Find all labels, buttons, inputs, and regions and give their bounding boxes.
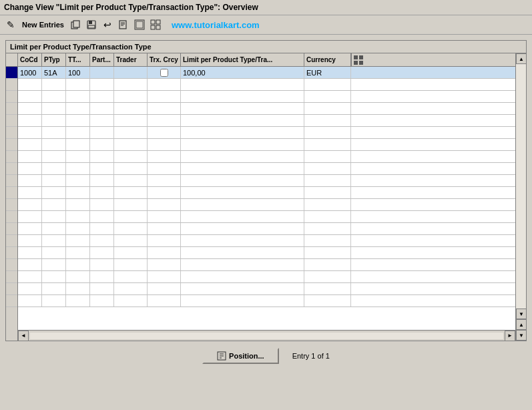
find-icon[interactable] — [117, 18, 130, 31]
position-button[interactable]: Position... — [202, 348, 279, 364]
watermark: www.tutorialkart.com — [172, 20, 260, 30]
h-scroll-right-btn[interactable]: ► — [505, 331, 515, 341]
cell-empty[interactable] — [148, 79, 181, 90]
cell-empty[interactable] — [66, 79, 90, 90]
row-selector-cell-13[interactable] — [6, 211, 17, 223]
col-header-limit: Limit per Product Type/Tra... — [181, 53, 304, 66]
row-selector-cell-2[interactable] — [6, 79, 17, 91]
position-icon — [217, 351, 226, 361]
row-selector-cell-3[interactable] — [6, 91, 17, 103]
row-selector-cell-8[interactable] — [6, 151, 17, 163]
row-selector-cell-4[interactable] — [6, 103, 17, 115]
svg-rect-17 — [354, 61, 358, 65]
new-entries-label: New Entries — [22, 21, 64, 29]
row-selector-cell-14[interactable] — [6, 223, 17, 235]
svg-rect-13 — [151, 25, 155, 29]
table-row[interactable] — [18, 235, 515, 247]
row-selector-cell-5[interactable] — [6, 115, 17, 127]
cell-empty — [114, 127, 148, 138]
cell-empty[interactable] — [181, 79, 304, 90]
cell-empty[interactable] — [18, 79, 42, 90]
row-selector-cell-20[interactable] — [6, 295, 17, 307]
grid-area: CoCd PTyp TT... Part... Trader Trx. Crcy… — [6, 53, 526, 341]
cell-part-1[interactable] — [90, 67, 114, 78]
table-row[interactable] — [18, 175, 515, 187]
v-scroll-down2-btn[interactable]: ▼ — [516, 330, 527, 341]
cell-ptyp-1[interactable]: 51A — [42, 67, 66, 78]
h-scroll-track[interactable] — [30, 333, 503, 339]
row-selector-cell-9[interactable] — [6, 163, 17, 175]
cell-empty[interactable] — [114, 79, 148, 90]
table-row[interactable] — [18, 271, 515, 283]
vertical-scrollbar[interactable]: ▲ ▼ ▲ ▼ — [515, 53, 526, 341]
table-row[interactable] — [18, 199, 515, 211]
status-bar: Position... Entry 1 of 1 — [5, 344, 527, 368]
table-row[interactable] — [18, 259, 515, 271]
row-selector-cell-7[interactable] — [6, 139, 17, 151]
undo-icon[interactable]: ↩ — [101, 18, 114, 31]
cell-limit-1[interactable]: 100,00 — [181, 67, 304, 78]
col-settings-icon[interactable] — [351, 53, 364, 66]
table-row[interactable] — [18, 295, 515, 307]
v-scroll-down-btn[interactable]: ▼ — [516, 309, 527, 319]
toolbar: ✎ New Entries ↩ — [0, 15, 532, 35]
row-selector-cell-19[interactable] — [6, 283, 17, 295]
v-scroll-up2-btn[interactable]: ▲ — [516, 319, 527, 330]
table-row[interactable]: 1000 51A 100 100,00 EUR — [18, 67, 515, 79]
cell-empty — [66, 91, 90, 102]
settings-icon[interactable] — [149, 18, 162, 31]
cell-ttyp-1[interactable]: 100 — [66, 67, 90, 78]
cell-trader-1[interactable] — [114, 67, 148, 78]
table-title: Limit per Product Type/Transaction Type — [6, 41, 526, 53]
table-row[interactable] — [18, 115, 515, 127]
entry-info: Entry 1 of 1 — [292, 352, 330, 360]
cell-cocd-1[interactable]: 1000 — [18, 67, 42, 78]
table-row[interactable] — [18, 91, 515, 103]
horizontal-scrollbar[interactable]: ◄ ► — [18, 330, 515, 341]
row-selector-cell-15[interactable] — [6, 235, 17, 247]
table-row[interactable] — [18, 247, 515, 259]
new-entries-icon[interactable]: ✎ — [4, 18, 17, 31]
row-selector-cell-18[interactable] — [6, 271, 17, 283]
row-selector-cell-11[interactable] — [6, 187, 17, 199]
row-selector-header — [6, 53, 17, 67]
page-layout-icon[interactable] — [133, 18, 146, 31]
row-selector-cell-17[interactable] — [6, 259, 17, 271]
table-row[interactable] — [18, 223, 515, 235]
table-row[interactable] — [18, 127, 515, 139]
cell-empty[interactable] — [90, 79, 114, 90]
cell-empty[interactable] — [42, 79, 66, 90]
cell-empty — [18, 127, 42, 138]
table-row[interactable] — [18, 139, 515, 151]
table-row[interactable] — [18, 283, 515, 295]
table-row[interactable] — [18, 79, 515, 91]
cell-empty — [114, 103, 148, 114]
copy-icon[interactable] — [69, 18, 82, 31]
row-selector-cell-12[interactable] — [6, 199, 17, 211]
new-entries-button[interactable]: New Entries — [20, 20, 66, 29]
data-grid: CoCd PTyp TT... Part... Trader Trx. Crcy… — [18, 53, 515, 341]
table-row[interactable] — [18, 163, 515, 175]
table-row[interactable] — [18, 211, 515, 223]
v-scroll-up-btn[interactable]: ▲ — [516, 53, 527, 64]
save-icon[interactable] — [85, 18, 98, 31]
main-content: Limit per Product Type/Transaction Type — [0, 35, 532, 373]
table-row[interactable] — [18, 103, 515, 115]
svg-rect-3 — [89, 21, 92, 24]
row-selector-cell-10[interactable] — [6, 175, 17, 187]
cell-trxcrcy-1[interactable] — [148, 67, 181, 78]
cell-empty[interactable] — [304, 79, 351, 90]
v-scroll-track[interactable] — [516, 64, 526, 309]
row-selector-cell-6[interactable] — [6, 127, 17, 139]
row-selector-cell-16[interactable] — [6, 247, 17, 259]
cell-currency-1[interactable]: EUR — [304, 67, 351, 78]
trxcrcy-checkbox[interactable] — [160, 69, 168, 77]
col-header-trader: Trader — [114, 53, 148, 66]
svg-rect-5 — [119, 21, 126, 29]
table-row[interactable] — [18, 151, 515, 163]
row-selector-cell-1[interactable] — [6, 67, 17, 79]
cell-empty — [304, 115, 351, 126]
cell-empty — [66, 127, 90, 138]
table-row[interactable] — [18, 187, 515, 199]
h-scroll-left-btn[interactable]: ◄ — [18, 331, 29, 341]
